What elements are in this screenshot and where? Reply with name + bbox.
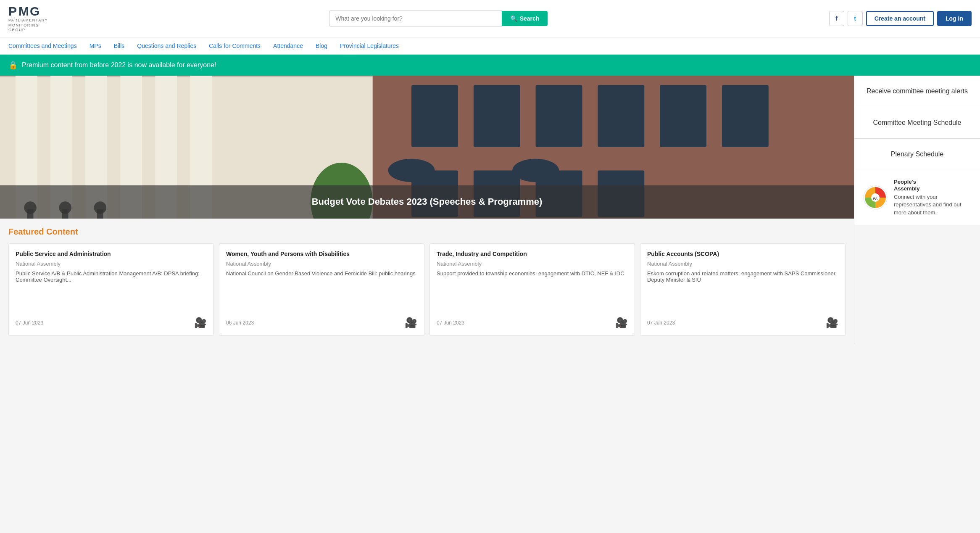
card-committee-0: Public Service and Administration [16,251,207,257]
card-footer-1: 06 Jun 2023 🎥 [226,317,417,329]
hero-section[interactable]: Budget Vote Debates 2023 (Speeches & Pro… [0,76,854,219]
main-content: Budget Vote Debates 2023 (Speeches & Pro… [0,76,980,344]
card-video-icon-0: 🎥 [194,317,207,329]
logo-m: M [18,4,29,18]
featured-card-1[interactable]: Women, Youth and Persons with Disabiliti… [219,243,424,336]
card-assembly-2: National Assembly [437,261,628,267]
sidebar-committee-schedule[interactable]: Committee Meeting Schedule [854,107,980,139]
svg-rect-16 [660,85,706,147]
twitter-icon: t [854,15,856,22]
facebook-button[interactable]: f [829,11,844,26]
card-footer-2: 07 Jun 2023 🎥 [437,317,628,329]
svg-rect-17 [722,85,769,147]
svg-point-23 [512,159,559,182]
banner-text: Premium content from before 2022 is now … [22,61,216,69]
logo: P M G PARLIAMENTARY MONITORING GROUP [8,4,48,33]
search-button[interactable]: 🔍 Search [502,11,548,26]
premium-banner: 🔒 Premium content from before 2022 is no… [0,55,980,76]
svg-rect-15 [598,85,644,147]
search-input[interactable] [329,11,501,26]
card-assembly-1: National Assembly [226,261,417,267]
logo-area[interactable]: P M G PARLIAMENTARY MONITORING GROUP [8,4,48,33]
card-description-1: National Council on Gender Based Violenc… [226,270,417,314]
card-date-2: 07 Jun 2023 [437,320,464,326]
create-account-button[interactable]: Create an account [866,11,934,26]
header-right: f t Create an account Log In [829,11,972,26]
sidebar: Receive committee meeting alerts Committ… [854,76,980,344]
svg-point-22 [388,159,435,182]
lock-icon: 🔒 [8,61,18,70]
featured-card-2[interactable]: Trade, Industry and Competition National… [429,243,635,336]
nav-bar: Committees and Meetings MPs Bills Questi… [0,37,980,55]
logo-g: G [30,4,40,18]
card-committee-3: Public Accounts (SCOPA) [647,251,838,257]
card-committee-1: Women, Youth and Persons with Disabiliti… [226,251,417,257]
featured-card-3[interactable]: Public Accounts (SCOPA) National Assembl… [640,243,846,336]
search-icon: 🔍 [510,15,517,22]
nav-bills[interactable]: Bills [114,37,125,54]
facebook-icon: f [835,15,838,22]
cards-grid: Public Service and Administration Nation… [8,243,846,336]
card-assembly-0: National Assembly [16,261,207,267]
card-description-2: Support provided to township economies: … [437,270,628,314]
hero-image: Budget Vote Debates 2023 (Speeches & Pro… [0,76,854,219]
logo-subtitle: PARLIAMENTARY MONITORING GROUP [8,18,48,33]
login-button[interactable]: Log In [937,11,972,26]
card-video-icon-3: 🎥 [826,317,838,329]
page-header: P M G PARLIAMENTARY MONITORING GROUP 🔍 S… [0,0,980,37]
hero-title: Budget Vote Debates 2023 (Speeches & Pro… [13,195,841,208]
card-video-icon-1: 🎥 [405,317,417,329]
svg-rect-14 [536,85,582,147]
card-description-3: Eskom corruption and related matters: en… [647,270,838,314]
card-footer-3: 07 Jun 2023 🎥 [647,317,838,329]
twitter-button[interactable]: t [848,11,863,26]
logo-p: P [8,4,18,18]
hero-overlay[interactable]: Budget Vote Debates 2023 (Speeches & Pro… [0,185,854,219]
card-date-1: 06 Jun 2023 [226,320,254,326]
card-video-icon-2: 🎥 [615,317,628,329]
sidebar-plenary-schedule[interactable]: Plenary Schedule [854,139,980,170]
nav-provincial[interactable]: Provincial Legislatures [340,37,399,54]
nav-attendance[interactable]: Attendance [273,37,303,54]
peoples-assembly-logo: PA [863,185,888,210]
svg-rect-12 [411,85,458,147]
card-date-0: 07 Jun 2023 [16,320,43,326]
featured-section: Featured Content Public Service and Admi… [0,219,854,344]
content-area: Budget Vote Debates 2023 (Speeches & Pro… [0,76,854,344]
featured-card-0[interactable]: Public Service and Administration Nation… [8,243,214,336]
nav-mps[interactable]: MPs [90,37,101,54]
featured-title: Featured Content [8,227,846,237]
nav-calls[interactable]: Calls for Comments [209,37,261,54]
search-area: 🔍 Search [329,11,548,26]
card-description-0: Public Service A/B & Public Administrati… [16,270,207,314]
card-date-3: 07 Jun 2023 [647,320,675,326]
peoples-assembly-text: People'sAssembly Connect with your repre… [894,179,972,216]
nav-blog[interactable]: Blog [316,37,327,54]
card-footer-0: 07 Jun 2023 🎥 [16,317,207,329]
card-committee-2: Trade, Industry and Competition [437,251,628,257]
svg-text:PA: PA [873,197,878,201]
sidebar-alerts[interactable]: Receive committee meeting alerts [854,76,980,107]
svg-rect-13 [474,85,520,147]
card-assembly-3: National Assembly [647,261,838,267]
nav-committees[interactable]: Committees and Meetings [8,37,77,54]
nav-questions[interactable]: Questions and Replies [137,37,196,54]
sidebar-peoples-assembly[interactable]: PA People'sAssembly Connect with your re… [854,170,980,225]
